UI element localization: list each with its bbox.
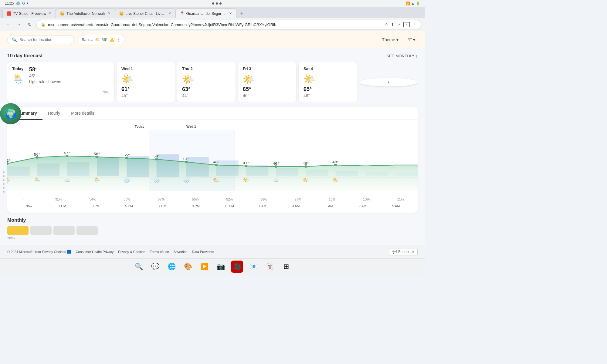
- hourly-chart: Today Wed 1: [7, 120, 418, 213]
- unit-toggle[interactable]: °F ▾: [405, 35, 418, 44]
- tab-count-badge[interactable]: 4: [403, 22, 410, 27]
- privacy-badge: ✓: [67, 250, 71, 254]
- tab-more-details[interactable]: More details: [66, 107, 100, 120]
- feedback-icon: 💬: [392, 250, 397, 254]
- today-desc: Light rain showers: [29, 79, 109, 84]
- download-icon[interactable]: ⬇: [391, 22, 394, 27]
- feedback-label: Feedback: [398, 250, 414, 254]
- taskbar-apps-icon[interactable]: ⊞: [280, 261, 292, 273]
- temp-dot-3: [95, 156, 98, 158]
- forecast-card-wed[interactable]: Wed 1 🌤️ 61° 45°: [117, 62, 175, 102]
- google-icon: G: [22, 1, 25, 5]
- new-tab-button[interactable]: +: [238, 9, 246, 18]
- radar-widget[interactable]: 🌍: [0, 103, 21, 124]
- taskbar-photos-icon[interactable]: 🎨: [182, 261, 194, 273]
- tab-title-0: TV Guide | Freeview: [13, 12, 46, 16]
- taskbar-camera-icon[interactable]: 📷: [215, 261, 227, 273]
- footer-sep-1: ·: [73, 250, 74, 254]
- tab-close-2[interactable]: ✕: [168, 12, 172, 15]
- forecast-card-fri[interactable]: Fri 3 🌤️ 65° 46°: [238, 62, 296, 102]
- bookmark-icon[interactable]: ☆: [385, 22, 388, 27]
- time-labels: Now 1 PM 3 PM 5 PM 7 PM 9 PM 11 PM 1 AM …: [7, 202, 418, 208]
- tab-autoflower[interactable]: 👑 The Autoflower Network ✕: [56, 8, 115, 18]
- today-marker: Today: [135, 125, 144, 128]
- monthly-scroll[interactable]: 2025: [7, 226, 418, 240]
- weather-header: 🔍 San ... 🌤️ 56° ⚠️ ⋮ Theme ▾ °F ▾: [0, 31, 425, 48]
- temp-dot-1: [36, 156, 39, 159]
- menu-icon[interactable]: ⋮: [413, 22, 417, 27]
- forecast-card-today[interactable]: Today 🌦️ 58° 45° Light rain showers 79%: [7, 62, 114, 102]
- precip-7: 36%: [247, 197, 281, 201]
- sidebar-dot-3: [3, 183, 5, 185]
- tab-icon-1: 👑: [60, 11, 65, 16]
- precip-4: 57%: [144, 197, 178, 201]
- status-dots: [212, 2, 222, 5]
- temp-label-3: 56°: [94, 152, 100, 156]
- footer-sep-5: ·: [189, 250, 190, 254]
- temp-label-6: 51°: [183, 157, 190, 161]
- fri-weather-icon: 🌤️: [243, 73, 291, 85]
- security-icon: 🔒: [41, 22, 46, 27]
- sidebar-dot-5: [3, 191, 5, 193]
- forecast-card-thu[interactable]: Thu 2 🌤️ 63° 44°: [177, 62, 236, 102]
- tab-close-3[interactable]: ✕: [229, 12, 232, 15]
- status-bar: 11:25 ⚙️ G • 📶 ▲ 🔋: [0, 0, 425, 7]
- taskbar-video-icon[interactable]: 🎥: [231, 261, 243, 273]
- share-icon[interactable]: ↗: [397, 22, 400, 27]
- tab-close-1[interactable]: ✕: [107, 12, 111, 15]
- location-search-box[interactable]: 🔍: [7, 35, 74, 44]
- temp-label-1: 56°: [34, 153, 40, 156]
- sat-weather-icon: 🌤️: [304, 73, 352, 85]
- search-input[interactable]: [19, 37, 70, 42]
- privacy-choices[interactable]: Your Privacy Choices ✓: [34, 250, 71, 254]
- taskbar-messages-icon[interactable]: 💬: [149, 261, 161, 273]
- taskbar-play-icon[interactable]: ▶️: [198, 261, 210, 273]
- tab-guardamar[interactable]: 📍 Guardamar del Segura, Val ✕: [176, 8, 236, 18]
- back-button[interactable]: ←: [4, 20, 12, 29]
- privacy-cookies-link[interactable]: Privacy & Cookies: [118, 250, 145, 254]
- wed-day-label: Wed 1: [121, 66, 170, 71]
- feedback-button[interactable]: 💬 Feedback: [389, 248, 418, 255]
- pill-more-icon[interactable]: ⋮: [116, 37, 121, 42]
- precip-2: 34%: [76, 197, 110, 201]
- temp-dot-8: [245, 165, 248, 167]
- month-bar-2: [53, 226, 75, 235]
- dot3: [219, 2, 222, 5]
- footer-sep-2: ·: [115, 250, 116, 254]
- tab-tv-guide[interactable]: 🟥 TV Guide | Freeview ✕: [2, 8, 56, 18]
- tab-close-0[interactable]: ✕: [48, 12, 52, 15]
- consumer-health-privacy-link[interactable]: Consumer Health Privacy: [76, 250, 114, 254]
- hourly-icon-7: ⛅: [212, 177, 220, 183]
- dot1: [212, 2, 214, 5]
- url-text: msn.com/en-us/weather/forecast/in-Guarda…: [48, 22, 382, 27]
- tab-hourly[interactable]: Hourly: [42, 107, 66, 120]
- taskbar-cards-icon[interactable]: 🃏: [264, 261, 276, 273]
- theme-chevron-icon: ▾: [396, 37, 398, 42]
- terms-of-use-link[interactable]: Terms of use: [150, 250, 169, 254]
- taskbar-chrome-icon[interactable]: 🌐: [165, 261, 178, 273]
- see-monthly-button[interactable]: SEE MONTHLY ↓: [386, 54, 418, 58]
- tab-title-2: Live Stoner Chat - Live Sto...: [126, 12, 166, 16]
- search-icon: 🔍: [12, 37, 17, 42]
- advertise-link[interactable]: Advertise: [174, 250, 188, 254]
- taskbar-google-icon[interactable]: 🔍: [133, 261, 145, 273]
- location-pill[interactable]: San ... 🌤️ 56° ⚠️ ⋮: [78, 35, 125, 44]
- taskbar-gmail-icon[interactable]: 📧: [247, 261, 259, 273]
- temperature-chart-svg: 52° 56° 57° 56° 55° 54° 51° 48° 47° 46° …: [7, 130, 418, 191]
- wed-high: 61°: [121, 86, 170, 93]
- forecast-next-button[interactable]: ›: [359, 78, 418, 86]
- forecast-card-sat[interactable]: Sat 4 🌤️ 65° 48°: [299, 62, 357, 102]
- temp-label-10: 46°: [303, 162, 309, 165]
- tab-stoner-chat[interactable]: 👑 Live Stoner Chat - Live Sto... ✕: [115, 8, 176, 18]
- data-providers-link[interactable]: Data Providers: [192, 250, 214, 254]
- reload-button[interactable]: ↻: [25, 20, 34, 29]
- forward-button[interactable]: →: [15, 20, 23, 29]
- url-bar[interactable]: 🔒 msn.com/en-us/weather/forecast/in-Guar…: [36, 20, 421, 29]
- today-weather-icon: 🌦️: [12, 73, 24, 85]
- theme-button[interactable]: Theme ▾: [379, 35, 402, 44]
- sidebar-dot-0: [3, 171, 5, 173]
- sat-day-label: Sat 4: [304, 66, 352, 71]
- hourly-icon-1: 🌦️: [33, 177, 41, 183]
- time-label-10: 7 AM: [346, 202, 379, 208]
- battery-icon: 🔋: [416, 2, 420, 5]
